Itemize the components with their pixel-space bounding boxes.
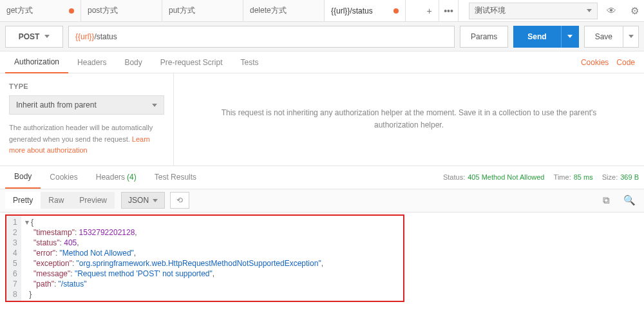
request-tab[interactable]: delete方式: [243, 0, 325, 21]
tab-label: {{url}}/status: [331, 6, 373, 15]
response-tab-headers[interactable]: Headers (4): [87, 166, 146, 189]
response-tab-test-results[interactable]: Test Results: [146, 166, 205, 189]
request-subtab-headers[interactable]: Headers: [68, 52, 115, 73]
tab-overflow-button[interactable]: •••: [439, 0, 459, 21]
request-subtab-authorization[interactable]: Authorization: [5, 52, 68, 73]
response-view-toolbar: PrettyRawPreview JSON ⟲ ⧉ 🔍: [0, 189, 644, 213]
http-method-select[interactable]: POST: [5, 26, 63, 48]
chevron-down-icon: [44, 35, 50, 38]
url-variable: {{url}}: [75, 32, 94, 41]
request-tab[interactable]: {{url}}/status: [325, 0, 406, 21]
send-dropdown[interactable]: [561, 26, 579, 48]
time-value: 85 ms: [574, 173, 593, 181]
tab-label: get方式: [6, 5, 33, 16]
view-mode-preview[interactable]: Preview: [71, 192, 115, 209]
request-subtab-row: AuthorizationHeadersBodyPre-request Scri…: [0, 52, 644, 73]
gear-icon: ⚙: [630, 5, 639, 17]
save-button[interactable]: Save: [584, 26, 623, 48]
view-mode-raw[interactable]: Raw: [41, 192, 71, 209]
chevron-down-icon: [587, 9, 592, 12]
request-subtab-pre-request-script[interactable]: Pre-request Script: [151, 52, 232, 73]
url-input[interactable]: {{url}}/status: [68, 26, 455, 48]
chevron-down-icon: [629, 35, 634, 38]
authorization-panel: TYPE Inherit auth from parent The author…: [0, 73, 644, 166]
eye-icon: 👁: [607, 5, 616, 16]
url-path: /status: [94, 32, 117, 41]
environment-select[interactable]: 测试环境: [469, 3, 598, 19]
auth-type-value: Inherit auth from parent: [16, 100, 97, 109]
response-status-info: Status: 405 Method Not Allowed Time: 85 …: [443, 173, 639, 181]
http-method-value: POST: [19, 32, 40, 41]
view-mode-pretty[interactable]: Pretty: [5, 192, 41, 209]
send-button[interactable]: Send: [513, 26, 560, 48]
settings-button[interactable]: ⚙: [625, 1, 644, 21]
wrap-icon: ⟲: [176, 196, 183, 205]
cookies-link[interactable]: Cookies: [577, 58, 612, 67]
tab-label: post方式: [88, 5, 118, 16]
auth-inherit-message: This request is not inheriting any autho…: [174, 73, 644, 166]
auth-help-text: The authorization header will be automat…: [9, 122, 164, 156]
auth-type-label: TYPE: [9, 82, 164, 90]
header-count-badge: (4): [127, 173, 137, 182]
format-value: JSON: [128, 196, 149, 205]
request-subtab-body[interactable]: Body: [115, 52, 151, 73]
request-tab[interactable]: get方式: [0, 0, 81, 21]
params-button[interactable]: Params: [460, 26, 508, 48]
code-link[interactable]: Code: [612, 58, 639, 67]
response-tab-cookies[interactable]: Cookies: [41, 166, 86, 189]
search-response-button[interactable]: 🔍: [620, 191, 639, 210]
chevron-down-icon: [152, 104, 157, 107]
auth-type-select[interactable]: Inherit auth from parent: [9, 95, 164, 115]
copy-icon: ⧉: [603, 194, 610, 206]
tab-label: delete方式: [250, 5, 287, 16]
response-tab-row: BodyCookiesHeaders (4)Test Results Statu…: [0, 166, 644, 189]
unsaved-dot-icon: [69, 8, 74, 14]
request-url-bar: POST {{url}}/status Params Send Save: [0, 22, 644, 52]
unsaved-dot-icon: [393, 8, 399, 14]
chevron-down-icon: [153, 199, 158, 202]
size-value: 369 B: [620, 173, 639, 181]
request-tab[interactable]: put方式: [162, 0, 243, 21]
response-body-viewer: 12345678 ▾ { "timestamp": 1532792202128,…: [5, 214, 404, 302]
copy-response-button[interactable]: ⧉: [596, 191, 616, 210]
request-subtab-tests[interactable]: Tests: [231, 52, 267, 73]
environment-value: 测试环境: [475, 5, 506, 16]
tab-label: put方式: [169, 5, 195, 16]
wrap-lines-button[interactable]: ⟲: [170, 192, 189, 209]
tab-strip: get方式post方式put方式delete方式{{url}}/status +…: [0, 0, 644, 22]
format-select[interactable]: JSON: [121, 192, 165, 209]
request-tab[interactable]: post方式: [81, 0, 162, 21]
response-tab-body[interactable]: Body: [5, 166, 41, 189]
add-tab-button[interactable]: +: [420, 0, 439, 21]
environment-quicklook-button[interactable]: 👁: [601, 1, 621, 21]
search-icon: 🔍: [623, 194, 636, 206]
save-dropdown[interactable]: [623, 26, 639, 48]
status-value: 405 Method Not Allowed: [468, 173, 544, 181]
chevron-down-icon: [567, 35, 573, 38]
